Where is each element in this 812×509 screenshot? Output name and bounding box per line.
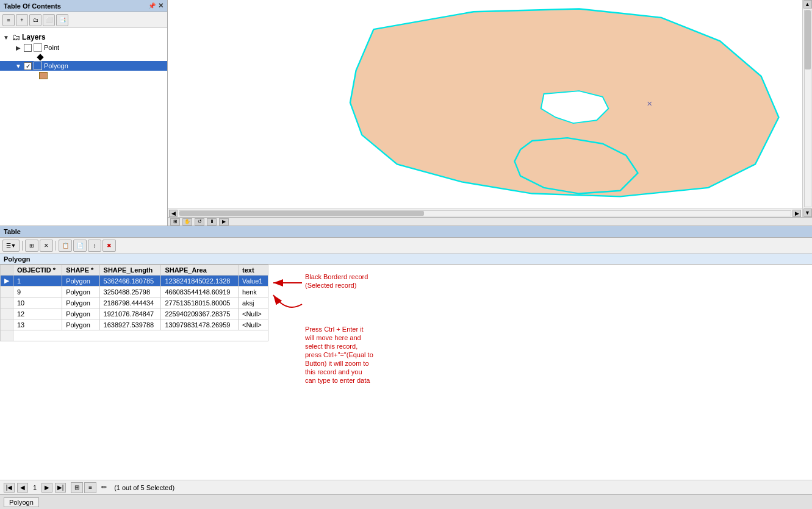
row-indicator-4: [1, 308, 13, 319]
footer-icon-list[interactable]: ≡: [84, 482, 96, 493]
annotation-text-1a: Black Borderd record: [305, 273, 368, 280]
map-pan-btn[interactable]: ✋: [182, 218, 192, 226]
toc-group-header: ▼ 🗂 Layers: [0, 32, 167, 43]
cell-area-3: 277513518015.80005: [161, 297, 239, 308]
cell-text-4: <Null>: [239, 308, 268, 319]
nav-last-btn[interactable]: ▶|: [55, 483, 66, 493]
toc-btn-list[interactable]: ≡: [2, 14, 15, 26]
cell-id-3: 10: [13, 297, 62, 308]
toc-toolbar: ≡ + 🗂 ⬜ 📑: [0, 12, 167, 28]
footer-icon-grid[interactable]: ⊞: [71, 482, 83, 493]
cell-shape-4: Polygon: [62, 308, 99, 319]
layers-expand-btn[interactable]: ▼: [2, 34, 10, 41]
map-bottom-toolbar: ⊞ ✋ ↺ ⏸ ▶: [168, 217, 812, 226]
point-expand-btn[interactable]: ▶: [15, 44, 22, 51]
row-arrow-1: ▶: [1, 276, 13, 287]
footer-edit-icon: ✏: [101, 483, 107, 491]
point-symbol-row: [0, 52, 167, 61]
footer-status: (1 out of 5 Selected): [114, 484, 174, 491]
status-bar: Polyogn: [0, 494, 812, 509]
toc-btn-options[interactable]: ⬜: [43, 14, 55, 26]
cell-shape-3: Polygon: [62, 297, 99, 308]
table-row[interactable]: 13 Polygon 1638927.539788 130979831478.2…: [1, 319, 268, 330]
map-view[interactable]: ×: [168, 0, 812, 202]
map-refresh-btn[interactable]: ↺: [195, 218, 204, 226]
map-zoom-btn[interactable]: ⊞: [170, 218, 180, 226]
map-vscrollbar[interactable]: ▲ ▼: [802, 0, 812, 217]
annotation-area: Black Borderd record (Selected record) P…: [268, 265, 812, 480]
footer-icons: ⊞ ≡: [71, 482, 96, 493]
toc-btn-props[interactable]: 📑: [56, 14, 68, 26]
cell-length-5: 1638927.539788: [99, 319, 161, 330]
annotation-text-1b: (Selected record): [305, 282, 356, 289]
point-layer-label: Point: [44, 44, 59, 51]
toc-content: ▼ 🗂 Layers ▶ Point: [0, 28, 167, 226]
cell-area-2: 466083544148.60919: [161, 287, 239, 297]
row-indicator-5: [1, 319, 13, 330]
cell-length-4: 1921076.784847: [99, 308, 161, 319]
cell-id-4: 12: [13, 308, 62, 319]
annotation-text-2b: will move here and: [304, 334, 361, 341]
toc-panel: Table Of Contents 📌 ✕ ≡ + 🗂 ⬜ 📑 ▼: [0, 0, 168, 226]
annotation-arrow-2: [273, 295, 302, 307]
close-icon[interactable]: ✕: [158, 2, 163, 10]
annotation-text-2g: can type to enter data: [305, 377, 370, 384]
table-btn-select[interactable]: ↕: [88, 240, 101, 252]
table-btn-options[interactable]: ☰▼: [2, 240, 20, 252]
toc-btn-add[interactable]: +: [16, 14, 28, 26]
map-hscrollbar[interactable]: ◀ ▶: [168, 208, 802, 217]
map-next-btn[interactable]: ▶: [219, 218, 229, 226]
col-shape-length: SHAPE_Length: [99, 265, 161, 276]
cell-area-4: 225940209367.28375: [161, 308, 239, 319]
table-btn-paste[interactable]: 📄: [73, 240, 87, 252]
pin-icon[interactable]: 📌: [148, 2, 156, 9]
bottom-section: Table ☰▼ ⊞ ✕ 📋 📄 ↕ ✖ Polyogn OBJECTID: [0, 226, 812, 494]
annotation-text-2a: Press Ctrl + Enter it: [305, 326, 364, 333]
annotation-svg: Black Borderd record (Selected record) P…: [268, 265, 812, 480]
annotation-text-2f: this record and you: [305, 368, 362, 376]
vscroll-down-btn[interactable]: ▼: [803, 208, 812, 217]
hscroll-track[interactable]: [179, 210, 791, 216]
cell-text-3: aksj: [239, 297, 268, 308]
scroll-right-btn[interactable]: ▶: [792, 210, 801, 217]
table-body: OBJECTID * SHAPE * SHAPE_Length SHAPE_Ar…: [0, 265, 812, 480]
nav-first-btn[interactable]: |◀: [4, 483, 15, 493]
vscroll-thumb: [805, 10, 811, 69]
map-pause-btn[interactable]: ⏸: [207, 218, 217, 226]
vscroll-up-btn[interactable]: ▲: [803, 0, 812, 9]
nav-next-btn[interactable]: ▶: [41, 483, 52, 493]
table-btn-copy[interactable]: 📋: [59, 240, 72, 252]
vscroll-track[interactable]: [804, 10, 811, 207]
table-row[interactable]: 9 Polygon 3250488.25798 466083544148.609…: [1, 287, 268, 297]
map-panel: × ◀ ▶ ⊞ ✋ ↺ ⏸ ▶ ▲: [168, 0, 812, 226]
cell-text-1: Value1: [239, 276, 268, 287]
polygon-symbol-row: [0, 72, 167, 79]
table-btn-delete[interactable]: ✕: [40, 240, 53, 252]
table-btn-new[interactable]: ⊞: [25, 240, 38, 252]
col-shape-area: SHAPE_Area: [161, 265, 239, 276]
layer-item-polygon[interactable]: ▼ Polyogn: [0, 61, 167, 71]
table-row[interactable]: 10 Polygon 2186798.444434 277513518015.8…: [1, 297, 268, 308]
page-number: 1: [31, 484, 39, 491]
annotation-text-2c: select this record,: [305, 343, 357, 350]
table-row[interactable]: 12 Polygon 1921076.784847 225940209367.2…: [1, 308, 268, 319]
toc-title: Table Of Contents: [4, 2, 61, 10]
polygon-checkbox[interactable]: [24, 62, 32, 70]
scroll-left-btn[interactable]: ◀: [169, 210, 178, 217]
cell-shape-2: Polygon: [62, 287, 99, 297]
cell-empty: [13, 330, 268, 341]
polygon-expand-btn[interactable]: ▼: [15, 62, 22, 69]
annotation-text-2e: Button) it will zoom to: [305, 360, 369, 367]
row-indicator-empty: [1, 330, 13, 341]
nav-prev-btn[interactable]: ◀: [17, 483, 28, 493]
toc-btn-layers[interactable]: 🗂: [29, 14, 41, 26]
table-row[interactable]: ▶ 1 Polygon 5362466.180785 1238241845022…: [1, 276, 268, 287]
cell-area-1: 1238241845022.1328: [161, 276, 239, 287]
status-layer-label: Polyogn: [4, 497, 39, 507]
cell-length-2: 3250488.25798: [99, 287, 161, 297]
layer-item-point[interactable]: ▶ Point: [0, 43, 167, 52]
table-container[interactable]: OBJECTID * SHAPE * SHAPE_Length SHAPE_Ar…: [0, 265, 268, 480]
cell-shape-1: Polygon: [62, 276, 99, 287]
point-checkbox[interactable]: [24, 44, 32, 52]
table-btn-clear[interactable]: ✖: [102, 240, 116, 252]
